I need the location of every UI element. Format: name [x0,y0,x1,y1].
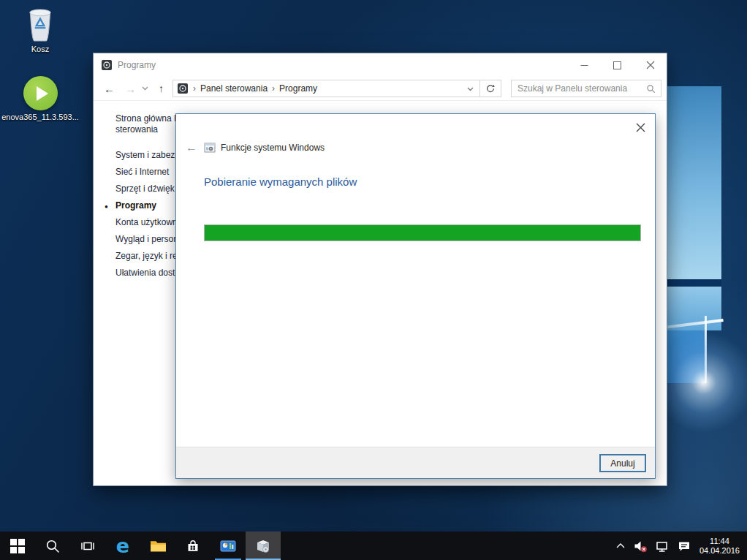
notifications-icon [677,539,691,553]
nav-back-button[interactable]: ← [104,83,115,94]
nav-forward-button[interactable]: → [125,83,136,94]
clock-time: 11:44 [710,537,729,546]
taskbar-search-button[interactable] [35,531,70,560]
edge-icon: e [116,536,129,556]
breadcrumb-item-programs[interactable]: Programy [279,83,317,94]
breadcrumb-item-control-panel[interactable]: Panel sterowania [200,83,268,94]
dialog-footer: Anuluj [176,447,655,478]
desktop-icon-recycle-bin[interactable]: Kosz [11,7,69,53]
desktop-icon-label: enova365_11.3.593... [1,113,79,121]
windows-features-dialog: ← Funkcje systemu Windows Pobieranie wym… [175,113,656,479]
chevron-down-icon [467,87,474,91]
taskbar-clock[interactable]: 11:44 04.04.2016 [695,531,747,560]
tray-volume-button[interactable] [629,531,651,560]
installer-icon [254,537,272,555]
refresh-button[interactable] [480,80,501,97]
start-icon [10,539,25,553]
maximize-button[interactable] [601,53,634,77]
navigation-bar: ← → ↑ › Panel sterowania › Programy [94,77,667,101]
progress-bar [204,224,641,241]
search-icon[interactable] [646,84,656,94]
search-input[interactable] [512,83,646,94]
enova365-taskbar-button[interactable] [211,531,246,560]
dialog-back-button[interactable]: ← [186,142,197,154]
breadcrumb-separator: › [193,83,196,94]
dialog-header: ← Funkcje systemu Windows [176,140,655,155]
network-icon [655,539,670,553]
windows-features-taskbar-button[interactable] [246,531,281,560]
close-icon [636,123,645,132]
close-icon [646,61,655,69]
windows-features-icon [204,142,216,154]
desktop-icon-label: Kosz [31,45,49,53]
enova365-icon [219,537,237,555]
dialog-title: Funkcje systemu Windows [221,143,325,153]
taskbar: e [0,531,747,560]
address-dropdown-button[interactable] [461,83,479,94]
nav-history-chevron-down-icon[interactable] [142,86,148,91]
progress-fill [205,225,640,241]
file-explorer-button[interactable] [140,531,175,560]
dialog-heading: Pobieranie wymaganych plików [204,175,357,188]
tray-network-button[interactable] [651,531,673,560]
start-button[interactable] [0,531,35,560]
task-view-icon [80,539,95,553]
dialog-close-button[interactable] [633,120,648,135]
maximize-icon [613,61,621,69]
search-icon [45,539,60,553]
play-icon [23,76,58,110]
clock-date: 04.04.2016 [699,546,740,556]
task-view-button[interactable] [70,531,105,560]
breadcrumb-separator: › [272,83,275,94]
control-panel-icon [101,59,113,71]
chevron-up-icon [615,542,626,550]
window-title: Programy [118,60,156,70]
control-panel-icon [177,83,189,94]
minimize-icon [580,61,588,69]
desktop-icon-enova365-installer[interactable]: enova365_11.3.593... [2,76,78,121]
search-box [511,80,661,97]
file-explorer-icon [150,539,167,553]
tray-notifications-button[interactable] [673,531,695,560]
store-icon [186,539,200,553]
volume-muted-icon [633,539,648,553]
nav-up-button[interactable]: ↑ [159,83,164,94]
edge-button[interactable]: e [105,531,140,560]
recycle-bin-icon [25,7,56,42]
tray-show-hidden-icons-button[interactable] [612,531,629,560]
titlebar: Programy [94,53,667,77]
breadcrumb: › Panel sterowania › Programy [172,80,501,97]
close-button[interactable] [634,53,667,77]
system-tray: 11:44 04.04.2016 [612,531,747,560]
refresh-icon [485,83,496,94]
desktop: Kosz enova365_11.3.593... Programy [0,0,747,560]
minimize-button[interactable] [568,53,601,77]
cancel-button[interactable]: Anuluj [599,454,646,472]
store-button[interactable] [175,531,211,560]
